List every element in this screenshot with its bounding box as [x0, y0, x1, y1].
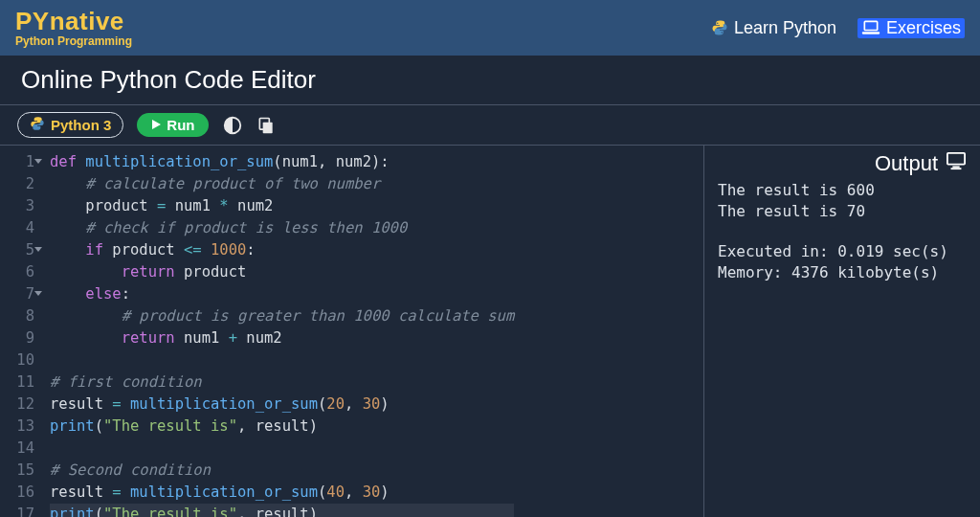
line-gutter: 1234567891011121314151617	[0, 146, 42, 517]
logo-subtitle: Python Programming	[15, 35, 132, 47]
language-label: Python 3	[51, 117, 111, 133]
play-icon	[150, 117, 162, 133]
line-number: 5	[0, 239, 34, 261]
python-icon	[711, 19, 728, 36]
svg-rect-1	[862, 32, 880, 34]
output-memory: Memory: 4376 kilobyte(s)	[718, 262, 967, 283]
copy-icon[interactable]	[256, 116, 276, 135]
language-selector[interactable]: Python 3	[17, 112, 123, 138]
output-title: Output	[875, 151, 938, 176]
line-number: 1	[0, 151, 34, 173]
line-number: 2	[0, 173, 34, 195]
logo-title: PYnative	[15, 9, 132, 34]
code-line[interactable]: # Second condition	[50, 460, 514, 482]
svg-rect-5	[947, 153, 965, 165]
code-line[interactable]: else:	[50, 283, 514, 305]
nav-learn-label: Learn Python	[734, 18, 836, 38]
output-text: The result is 600The result is 70	[718, 180, 967, 222]
code-line[interactable]: # check if product is less then 1000	[50, 217, 514, 239]
line-number: 3	[0, 195, 34, 217]
nav-learn-python[interactable]: Learn Python	[711, 18, 836, 38]
line-number: 7	[0, 283, 34, 305]
run-label: Run	[167, 117, 194, 133]
line-number: 6	[0, 261, 34, 283]
code-line[interactable]: result = multiplication_or_sum(20, 30)	[50, 393, 514, 416]
output-line: The result is 70	[718, 201, 967, 222]
output-title-row: Output	[718, 151, 967, 176]
python-icon	[30, 116, 45, 134]
svg-rect-7	[951, 168, 962, 169]
line-number: 13	[0, 416, 34, 438]
code-line[interactable]: # product is greater than 1000 calculate…	[50, 305, 514, 327]
top-header: PYnative Python Programming Learn Python…	[0, 0, 980, 56]
laptop-icon	[861, 19, 880, 36]
code-line[interactable]: if product <= 1000:	[50, 239, 514, 261]
code-line[interactable]	[50, 349, 514, 371]
line-number: 8	[0, 305, 34, 327]
editor-toolbar: Python 3 Run	[0, 105, 980, 146]
line-number: 17	[0, 504, 34, 517]
svg-rect-3	[262, 122, 272, 133]
line-number: 12	[0, 393, 34, 416]
output-line: The result is 600	[718, 180, 967, 201]
theme-toggle-icon[interactable]	[222, 115, 243, 136]
line-number: 11	[0, 371, 34, 393]
output-pane: Output The result is 600The result is 70…	[704, 146, 980, 517]
nav-right: Learn Python Exercises	[711, 18, 965, 38]
logo[interactable]: PYnative Python Programming	[15, 9, 132, 47]
page-title: Online Python Code Editor	[0, 56, 980, 105]
nav-exercises[interactable]: Exercises	[858, 18, 965, 38]
code-line[interactable]: def multiplication_or_sum(num1, num2):	[50, 151, 514, 173]
line-number: 10	[0, 349, 34, 371]
code-line[interactable]	[50, 438, 514, 460]
line-number: 9	[0, 327, 34, 349]
main-area: 1234567891011121314151617 def multiplica…	[0, 146, 980, 517]
code-line[interactable]: # first condition	[50, 371, 514, 393]
line-number: 15	[0, 460, 34, 482]
line-number: 16	[0, 482, 34, 504]
monitor-icon	[946, 151, 967, 176]
code-editor[interactable]: 1234567891011121314151617 def multiplica…	[0, 146, 704, 517]
line-number: 14	[0, 438, 34, 460]
code-line[interactable]: return num1 + num2	[50, 327, 514, 349]
code-content[interactable]: def multiplication_or_sum(num1, num2): #…	[42, 146, 514, 517]
code-line[interactable]: return product	[50, 261, 514, 283]
output-exec-time: Executed in: 0.019 sec(s)	[718, 241, 967, 262]
svg-rect-6	[952, 166, 959, 168]
line-number: 4	[0, 217, 34, 239]
code-line[interactable]: result = multiplication_or_sum(40, 30)	[50, 482, 514, 504]
code-line[interactable]: product = num1 * num2	[50, 195, 514, 217]
code-line[interactable]: print("The result is", result)	[50, 416, 514, 438]
run-button[interactable]: Run	[137, 113, 208, 137]
svg-rect-0	[864, 21, 877, 30]
code-line[interactable]: # calculate product of two number	[50, 173, 514, 195]
nav-exercises-label: Exercises	[886, 18, 961, 38]
code-line[interactable]: print("The result is", result)	[50, 504, 514, 517]
